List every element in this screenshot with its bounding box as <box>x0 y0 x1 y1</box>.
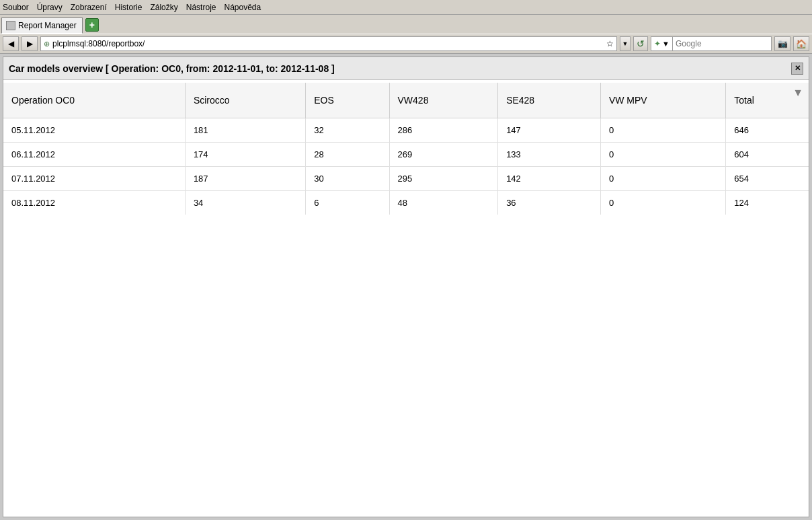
address-icon: ⊕ <box>44 40 50 48</box>
menu-historie[interactable]: Historie <box>115 3 143 12</box>
cell-0-4: 147 <box>498 118 601 142</box>
menubar: Soubor Úpravy Zobrazení Historie Záložky… <box>0 0 812 15</box>
col-label-4: SE428 <box>498 83 601 118</box>
back-button[interactable]: ◀ <box>3 36 19 51</box>
search-input[interactable] <box>673 39 779 48</box>
new-tab-button[interactable]: + <box>85 18 99 32</box>
cell-0-6: 646 <box>726 118 809 142</box>
table-row: 07.11.2012187302951420654 <box>3 166 809 190</box>
cell-1-3: 269 <box>389 142 498 166</box>
col-label-0: Operation OC0 <box>3 83 185 118</box>
camera-button[interactable]: 📷 <box>774 36 790 51</box>
menu-soubor[interactable]: Soubor <box>3 3 29 12</box>
camera-icon: 📷 <box>778 39 788 48</box>
cell-3-1: 34 <box>185 190 305 215</box>
cell-3-6: 124 <box>726 190 809 215</box>
menu-zobrazeni[interactable]: Zobrazení <box>71 3 107 12</box>
cell-1-4: 133 <box>498 142 601 166</box>
cell-1-2: 28 <box>306 142 389 166</box>
filter-icon[interactable]: ▼ <box>793 87 803 99</box>
col-label-1: Scirocco <box>185 83 305 118</box>
tab-icon <box>6 21 15 30</box>
col-label-3: VW428 <box>389 83 498 118</box>
table-row: 06.11.2012174282691330604 <box>3 142 809 166</box>
table-row: 05.11.2012181322861470646 <box>3 118 809 142</box>
cell-2-1: 187 <box>185 166 305 190</box>
cell-0-2: 32 <box>306 118 389 142</box>
forward-icon: ▶ <box>27 39 33 48</box>
address-text: plcplmsql:8080/reportbox/ <box>52 39 604 48</box>
menu-zalozky[interactable]: Záložky <box>150 3 177 12</box>
content-area: Car models overview [ Operation: OC0, fr… <box>0 54 812 520</box>
cell-1-1: 174 <box>185 142 305 166</box>
cell-1-0: 06.11.2012 <box>3 142 185 166</box>
tabbar: Report Manager + <box>0 15 812 34</box>
cell-3-2: 6 <box>306 190 389 215</box>
address-bar[interactable]: ⊕ plcplmsql:8080/reportbox/ ☆ <box>40 36 617 51</box>
cell-3-4: 36 <box>498 190 601 215</box>
address-star-icon: ☆ <box>606 39 614 48</box>
cell-0-1: 181 <box>185 118 305 142</box>
search-engine-button[interactable]: ✦ ▼ <box>651 37 673 50</box>
cell-2-3: 295 <box>389 166 498 190</box>
table-row: 08.11.201234648360124 <box>3 190 809 215</box>
navbar: ◀ ▶ ⊕ plcplmsql:8080/reportbox/ ☆ ▼ ↺ ✦ … <box>0 34 812 54</box>
menu-napoveda[interactable]: Nápověda <box>224 3 261 12</box>
refresh-icon: ↺ <box>637 38 645 49</box>
cell-3-0: 08.11.2012 <box>3 190 185 215</box>
cell-2-0: 07.11.2012 <box>3 166 185 190</box>
address-dropdown[interactable]: ▼ <box>620 36 631 51</box>
refresh-button[interactable]: ↺ <box>633 36 648 51</box>
home-button[interactable]: 🏠 <box>793 36 809 51</box>
cell-3-3: 48 <box>389 190 498 215</box>
search-engine-dropdown-icon: ▼ <box>662 40 669 48</box>
cell-2-5: 0 <box>600 166 725 190</box>
report-title: Car models overview [ Operation: OC0, fr… <box>9 63 335 74</box>
cell-0-0: 05.11.2012 <box>3 118 185 142</box>
close-button[interactable]: ✕ <box>791 63 803 75</box>
cell-0-5: 0 <box>600 118 725 142</box>
report-header: Car models overview [ Operation: OC0, fr… <box>3 57 809 80</box>
cell-1-6: 604 <box>726 142 809 166</box>
report-panel: Car models overview [ Operation: OC0, fr… <box>3 57 809 517</box>
forward-button[interactable]: ▶ <box>22 36 38 51</box>
col-label-2: EOS <box>306 83 389 118</box>
cell-2-2: 30 <box>306 166 389 190</box>
menu-nastroje[interactable]: Nástroje <box>186 3 216 12</box>
tab-report-manager[interactable]: Report Manager <box>1 17 83 34</box>
table-column-labels: Operation OC0 Scirocco EOS VW428 SE428 V… <box>3 83 809 118</box>
cell-2-6: 654 <box>726 166 809 190</box>
table-container: Operation OC0 Scirocco EOS VW428 SE428 V… <box>3 80 809 217</box>
col-label-5: VW MPV <box>600 83 725 118</box>
cell-2-4: 142 <box>498 166 601 190</box>
menu-upravy[interactable]: Úpravy <box>37 3 63 12</box>
tab-label: Report Manager <box>18 21 77 30</box>
search-area: ✦ ▼ <box>651 36 772 51</box>
home-icon: 🏠 <box>796 39 807 49</box>
cell-0-3: 286 <box>389 118 498 142</box>
back-icon: ◀ <box>8 39 14 48</box>
search-engine-icon: ✦ <box>654 39 661 48</box>
cell-3-5: 0 <box>600 190 725 215</box>
report-table: Operation OC0 Scirocco EOS VW428 SE428 V… <box>3 83 809 215</box>
cell-1-5: 0 <box>600 142 725 166</box>
